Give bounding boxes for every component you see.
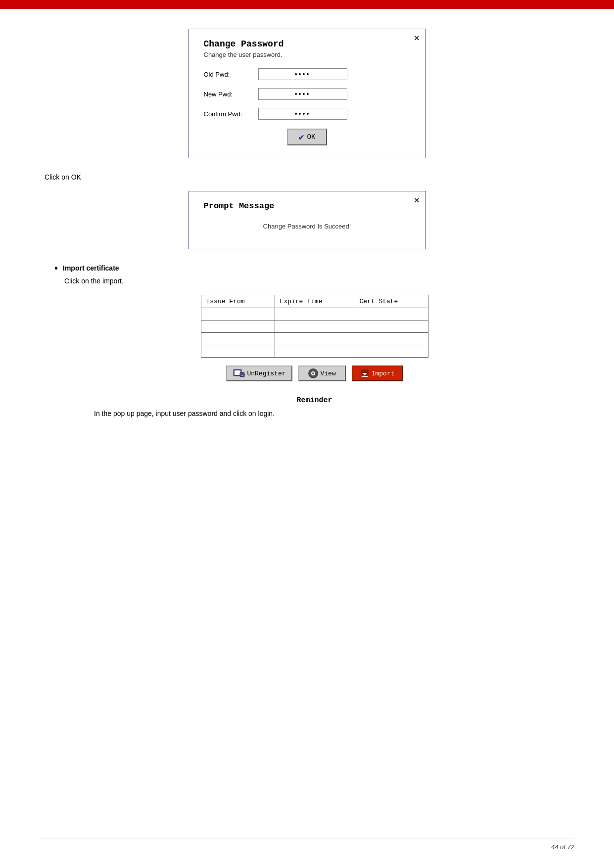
old-pwd-label: Old Pwd:: [204, 71, 258, 78]
import-button[interactable]: Import: [352, 365, 403, 381]
cell: [275, 320, 354, 333]
prompt-dialog-container: × Prompt Message Change Password Is Succ…: [40, 191, 574, 249]
table-row: [201, 333, 428, 345]
svg-text:-: -: [241, 373, 243, 377]
reminder-title: Reminder: [54, 396, 574, 405]
prompt-dialog: × Prompt Message Change Password Is Succ…: [189, 191, 426, 249]
click-ok-instruction: Click on OK: [45, 173, 574, 181]
page-number: 44 of 72: [551, 843, 574, 851]
ok-row: ✔ OK: [204, 129, 411, 145]
view-icon: [308, 368, 318, 378]
table-row: [201, 308, 428, 320]
cell: [354, 308, 428, 320]
unregister-label: UnRegister: [247, 370, 285, 377]
import-cert-title: Import certificate: [63, 264, 119, 272]
dialog-title: Change Password: [204, 39, 411, 49]
cell: [275, 333, 354, 345]
view-button[interactable]: View: [298, 365, 345, 381]
cell: [354, 345, 428, 358]
confirm-pwd-label: Confirm Pwd:: [204, 110, 258, 118]
unregister-icon: -: [233, 368, 245, 378]
cert-table-container: Issue From Expire Time Cert State: [54, 295, 574, 358]
svg-rect-1: [235, 370, 240, 375]
view-label: View: [320, 370, 335, 377]
new-pwd-label: New Pwd:: [204, 91, 258, 98]
bottom-divider: [40, 838, 574, 838]
svg-rect-9: [362, 376, 368, 377]
prompt-title: Prompt Message: [204, 201, 411, 211]
confirm-pwd-field: Confirm Pwd:: [204, 108, 411, 120]
cell: [354, 320, 428, 333]
unregister-button[interactable]: - UnRegister: [226, 365, 292, 381]
new-pwd-input[interactable]: [258, 88, 347, 100]
cell: [201, 345, 275, 358]
svg-point-6: [312, 372, 314, 374]
prompt-message: Change Password Is Succeed!: [204, 219, 411, 234]
table-row: [201, 345, 428, 358]
import-label: Import: [372, 370, 395, 377]
cell: [275, 308, 354, 320]
cell: [201, 320, 275, 333]
cell: [201, 308, 275, 320]
cell: [354, 333, 428, 345]
col-cert-state: Cert State: [354, 295, 428, 308]
bullet-item: • Import certificate: [54, 264, 574, 273]
dialog-close-icon[interactable]: ×: [414, 33, 420, 44]
table-row: [201, 320, 428, 333]
col-expire-time: Expire Time: [275, 295, 354, 308]
cell: [275, 345, 354, 358]
confirm-pwd-input[interactable]: [258, 108, 347, 120]
checkmark-icon: ✔: [299, 132, 304, 142]
import-cert-desc: Click on the import.: [64, 277, 574, 285]
old-pwd-field: Old Pwd:: [204, 68, 411, 80]
reminder-text: In the pop up page, input user password …: [94, 410, 574, 417]
bullet-dot: •: [54, 263, 58, 273]
old-pwd-input[interactable]: [258, 68, 347, 80]
import-icon: [360, 368, 370, 378]
new-pwd-field: New Pwd:: [204, 88, 411, 100]
col-issue-from: Issue From: [201, 295, 275, 308]
cert-table: Issue From Expire Time Cert State: [201, 295, 428, 358]
ok-label: OK: [307, 133, 316, 141]
cert-buttons-row: - UnRegister View: [54, 365, 574, 381]
change-password-dialog-container: × Change Password Change the user passwo…: [40, 29, 574, 158]
dialog-subtitle: Change the user password.: [204, 51, 411, 58]
cell: [201, 333, 275, 345]
import-certificate-section: • Import certificate Click on the import…: [54, 264, 574, 417]
change-password-dialog: × Change Password Change the user passwo…: [189, 29, 426, 158]
reminder-section: Reminder: [54, 396, 574, 405]
top-bar: [0, 0, 614, 9]
prompt-close-icon[interactable]: ×: [414, 195, 420, 206]
ok-button[interactable]: ✔ OK: [287, 129, 328, 145]
